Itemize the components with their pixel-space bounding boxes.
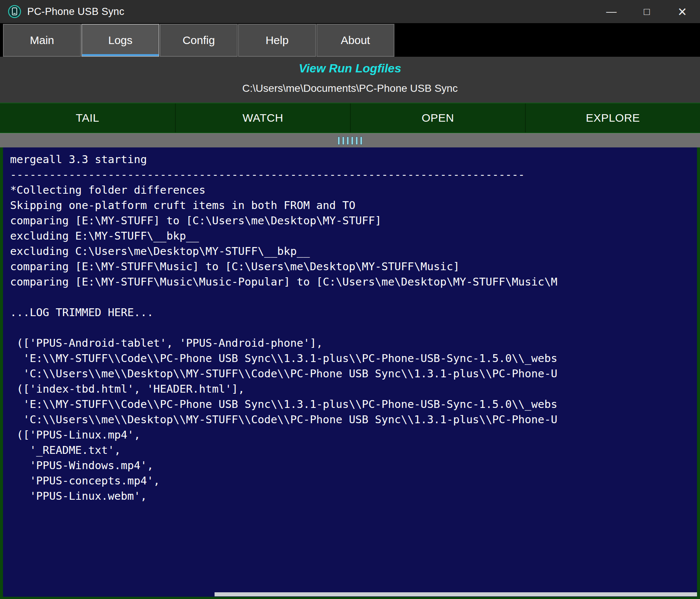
tab-help[interactable]: Help <box>238 24 316 57</box>
tab-bar: Main Logs Config Help About <box>0 23 700 57</box>
horizontal-scrollbar[interactable] <box>3 592 697 597</box>
sash-divider[interactable] <box>0 133 700 147</box>
logs-header: View Run Logfiles C:\Users\me\Documents\… <box>0 57 700 103</box>
tail-button[interactable]: TAIL <box>0 103 175 132</box>
window-controls: — □ × <box>594 0 700 23</box>
open-button[interactable]: OPEN <box>350 103 525 132</box>
scrollbar-thumb[interactable] <box>215 592 697 596</box>
tab-main[interactable]: Main <box>3 24 81 57</box>
drag-handle-icon[interactable] <box>337 137 363 144</box>
log-panel: mergeall 3.3 starting ------------------… <box>0 147 700 599</box>
window-title: PC-Phone USB Sync <box>27 6 124 18</box>
watch-button[interactable]: WATCH <box>175 103 350 132</box>
close-icon[interactable]: × <box>665 0 700 23</box>
tab-config[interactable]: Config <box>160 24 238 57</box>
maximize-icon[interactable]: □ <box>629 0 665 23</box>
logs-section-title: View Run Logfiles <box>0 57 700 75</box>
tab-about[interactable]: About <box>316 24 394 57</box>
app-window: PC-Phone USB Sync — □ × Main Logs Config… <box>0 0 700 599</box>
titlebar: PC-Phone USB Sync — □ × <box>0 0 700 23</box>
tab-logs[interactable]: Logs <box>81 24 159 57</box>
minimize-icon[interactable]: — <box>594 0 629 23</box>
logfiles-path: C:\Users\me\Documents\PC-Phone USB Sync <box>0 82 700 94</box>
app-logo-icon <box>7 4 22 19</box>
log-output[interactable]: mergeall 3.3 starting ------------------… <box>3 147 697 504</box>
explore-button[interactable]: EXPLORE <box>525 103 700 132</box>
log-action-bar: TAIL WATCH OPEN EXPLORE <box>0 103 700 133</box>
